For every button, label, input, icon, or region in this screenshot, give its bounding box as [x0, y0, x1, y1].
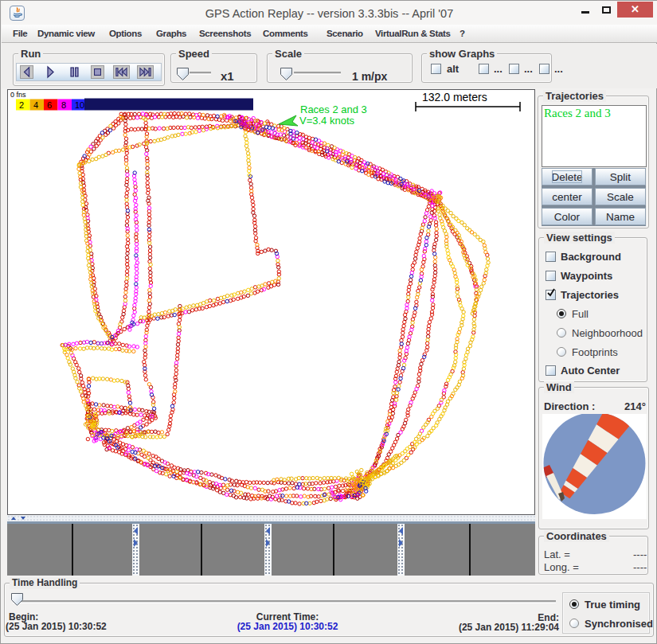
svg-text:132.0 meters: 132.0 meters — [422, 91, 487, 103]
svg-text:10: 10 — [75, 100, 84, 110]
svg-text:V=3.4 knots: V=3.4 knots — [299, 115, 355, 127]
svg-text:0 fns: 0 fns — [10, 91, 26, 99]
svg-text:8: 8 — [61, 100, 66, 110]
svg-text:6: 6 — [47, 100, 52, 110]
svg-text:Races 2 and 3: Races 2 and 3 — [300, 103, 367, 115]
svg-text:2: 2 — [19, 100, 24, 110]
svg-text:4: 4 — [33, 100, 38, 110]
